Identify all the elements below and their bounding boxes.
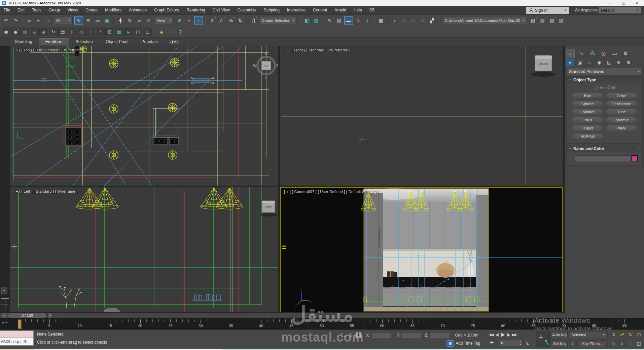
track-bar[interactable]: ≡∿ 0510152025303540455055606570758085909…: [0, 318, 644, 329]
menu-item-tools[interactable]: Tools: [28, 6, 45, 15]
viewport-label-top[interactable]: [ + ] [ Top ] [ User Defined ] [ Wirefra…: [13, 48, 84, 52]
spinner-snap-icon[interactable]: ⇅∩: [236, 16, 245, 25]
menu-item-scripting[interactable]: Scripting: [260, 6, 283, 15]
viewport-front[interactable]: FRONT [ + ] [ Front ] [ Standard ] [ Wir…: [280, 46, 563, 186]
ribbon-tab-selection[interactable]: Selection: [69, 38, 99, 46]
close-button[interactable]: ✕: [636, 0, 639, 6]
percent-snap-icon[interactable]: %∩: [226, 16, 235, 25]
ribbon-tab-modeling[interactable]: Modeling: [9, 38, 39, 46]
menu-item-arnold[interactable]: Arnold: [331, 6, 350, 15]
bind-to-space-warp-icon[interactable]: ≈: [43, 16, 52, 25]
snap-toggle-3d-icon[interactable]: 3∩: [208, 16, 216, 25]
named-selection-set-dropdown[interactable]: Create Selection Se▼: [260, 17, 297, 24]
mirror-icon[interactable]: ◧: [302, 16, 311, 25]
object-button-sphere[interactable]: Sphere: [572, 101, 603, 107]
ribbon-tab-object-paint[interactable]: Object Paint: [99, 38, 135, 46]
project-folder-icon[interactable]: ▤↓: [529, 16, 537, 25]
go-to-end-button[interactable]: ▶▶|: [512, 333, 517, 337]
toggle-ribbon-icon[interactable]: ▬: [344, 16, 353, 25]
motion-tab[interactable]: ◎: [599, 49, 608, 58]
object-button-pyramid[interactable]: Pyramid: [606, 117, 637, 123]
next-frame-slider-button[interactable]: >: [47, 313, 53, 318]
zoom-icon[interactable]: ⇕: [610, 331, 617, 338]
viewcube-front[interactable]: FRONT: [531, 55, 556, 77]
light-icon[interactable]: ◍: [21, 28, 29, 36]
absolute-mode-transform-icon[interactable]: ╋: [355, 332, 362, 338]
menu-item-d5[interactable]: D5: [366, 6, 378, 15]
orbit-camera-icon[interactable]: ♁: [627, 340, 634, 347]
sign-in-button[interactable]: Sign In ▼: [526, 7, 569, 14]
object-button-geosphere[interactable]: GeoSphere: [606, 101, 637, 107]
select-and-move-icon[interactable]: ╋: [116, 16, 125, 25]
notes-panel-icon[interactable]: ▤: [58, 28, 67, 36]
render-setup-icon[interactable]: ♨: [399, 16, 408, 25]
menu-item-interactive[interactable]: Interactive: [283, 6, 309, 15]
ribbon-options-dropdown[interactable]: ▮▼: [169, 39, 179, 44]
viewport-camera[interactable]: z y x [ + ] [ Camera007 ] [ User Defined…: [280, 187, 563, 312]
selection-lock-toggle-icon[interactable]: ⚿: [347, 332, 354, 338]
add-time-tag-icon[interactable]: ▣: [446, 340, 454, 347]
lights-category[interactable]: ☼: [585, 59, 594, 66]
select-by-name-icon[interactable]: ≣: [84, 16, 93, 25]
menu-item-animation[interactable]: Animation: [125, 6, 150, 15]
set-key-filters-icon[interactable]: ⌇: [569, 340, 576, 347]
display-tab[interactable]: ▭: [610, 49, 619, 58]
shapes-category[interactable]: ◪: [576, 59, 584, 66]
select-and-link-icon[interactable]: ∞: [25, 16, 33, 25]
foliage-icon[interactable]: ♣: [39, 28, 48, 36]
refresh-icon[interactable]: ↻: [49, 28, 58, 36]
menu-item-file[interactable]: File: [0, 6, 14, 15]
object-button-torus[interactable]: Torus: [572, 117, 603, 123]
rendered-frame-window-icon[interactable]: ♨: [409, 16, 418, 25]
helpers-category[interactable]: ◺: [605, 59, 613, 66]
object-button-cylinder[interactable]: Cylinder: [572, 109, 603, 115]
viewport-layout-tabs-arrow[interactable]: ▸: [1, 287, 7, 294]
menu-item-views[interactable]: Views: [64, 6, 82, 15]
workspace-dropdown[interactable]: Default ▼: [599, 7, 641, 13]
maximize-button[interactable]: ▢: [622, 0, 625, 6]
object-type-rollout-header[interactable]: ▼ Object Type ⠿: [567, 77, 642, 83]
primitive-category-dropdown[interactable]: Standard Primitives ▼: [566, 68, 643, 75]
select-and-manipulate-icon[interactable]: +: [185, 16, 193, 25]
torus-icon[interactable]: ◎: [77, 28, 86, 36]
toggle-scene-explorer-icon[interactable]: ↖: [325, 16, 334, 25]
key-filters-button[interactable]: Key Filters...: [577, 340, 608, 347]
teapot-outline-icon[interactable]: ♨: [143, 28, 152, 36]
auto-key-button[interactable]: Auto Key: [552, 332, 568, 338]
open-folder-icon[interactable]: ▤↑: [538, 16, 547, 25]
z-coordinate-field[interactable]: [429, 332, 449, 338]
minimize-button[interactable]: —: [608, 0, 612, 6]
profile-panel-icon[interactable]: ▯: [68, 28, 76, 36]
set-keys-button[interactable]: +: [536, 331, 550, 347]
x-coordinate-field[interactable]: [371, 332, 391, 338]
viewport-label-camera[interactable]: [ + ] [ Camera007 ] [ User Defined ] [ D…: [284, 190, 379, 194]
autogrid-checkbox[interactable]: [594, 86, 598, 90]
render-presets-icon[interactable]: ▞: [428, 16, 436, 25]
dope-sheet-icon[interactable]: ⇓: [363, 16, 372, 25]
undo-icon[interactable]: ↶: [2, 16, 10, 25]
list-icon[interactable]: ≡: [167, 28, 175, 36]
menu-item-edit[interactable]: Edit: [14, 6, 28, 15]
menu-item-customize[interactable]: Customize: [234, 6, 260, 15]
object-button-plane[interactable]: Plane: [606, 125, 637, 131]
trees-icon[interactable]: ♣: [157, 28, 166, 36]
time-slider-handle[interactable]: [18, 319, 22, 329]
zoom-extents-all-icon[interactable]: ⊡: [636, 331, 642, 338]
sun-light-icon[interactable]: ☼: [30, 28, 39, 36]
window-crossing-icon[interactable]: ▣: [103, 16, 111, 25]
cameras-category[interactable]: ◉: [595, 59, 603, 66]
compass-south[interactable]: S: [265, 76, 267, 80]
maxscript-mini-listener[interactable]: MAXScript Mi: [0, 338, 34, 346]
menu-item-help[interactable]: Help: [350, 6, 366, 15]
maximize-viewport-toggle-icon[interactable]: ◱: [636, 340, 642, 347]
compass-east[interactable]: E: [276, 64, 278, 68]
meter-panel-icon[interactable]: ▦: [115, 28, 123, 36]
space-warps-category[interactable]: ≋: [615, 59, 623, 66]
isolate-selection-icon[interactable]: ⌜⌟: [340, 332, 346, 338]
video-panel-icon[interactable]: ▸: [124, 28, 133, 36]
geometry-category[interactable]: ●: [566, 59, 574, 66]
current-frame-field[interactable]: 0▲▼: [499, 340, 523, 346]
next-frame-button[interactable]: ||▶: [506, 333, 510, 337]
keyboard-shortcut-override-icon[interactable]: ↑: [194, 16, 203, 25]
object-button-teapot[interactable]: Teapot: [572, 125, 603, 131]
